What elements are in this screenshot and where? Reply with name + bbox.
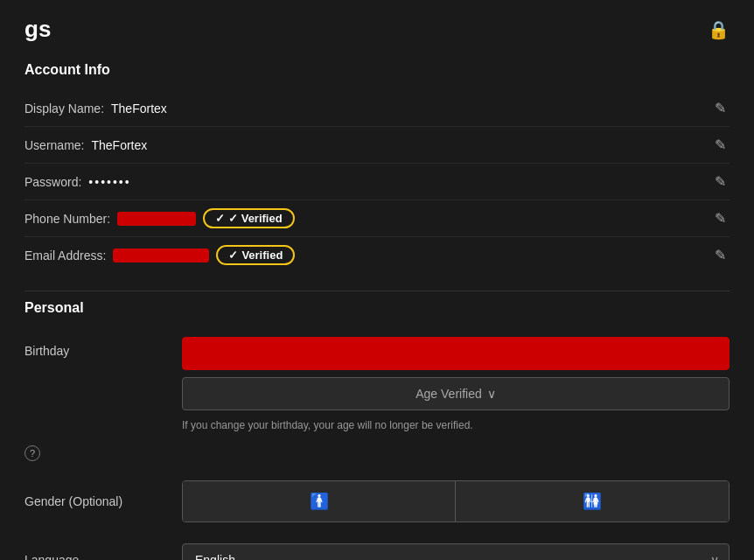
settings-page: gs 🔒 Account Info Display Name: TheForte… (0, 0, 754, 560)
language-row: Language English Spanish French German P… (24, 533, 730, 560)
personal-title: Personal (24, 300, 730, 316)
language-select-wrapper: English Spanish French German Portuguese… (182, 543, 730, 560)
gender-buttons: 🚹 🚻 (182, 480, 730, 522)
birthday-label: Birthday (24, 337, 164, 358)
age-verified-button[interactable]: Age Verified ∨ (182, 377, 730, 410)
phone-redacted (117, 212, 196, 226)
phone-verified-badge: ✓ ✓ Verified (203, 208, 295, 228)
password-row: Password: ••••••• ✎ (24, 164, 730, 200)
page-header: gs 🔒 (24, 16, 730, 43)
email-verified-label: Verified (241, 248, 283, 262)
language-label: Language (24, 553, 164, 560)
language-select[interactable]: English Spanish French German Portuguese… (182, 543, 730, 560)
lock-icon[interactable]: 🔒 (708, 19, 730, 40)
username-row: Username: TheFortex ✎ (24, 127, 730, 164)
gender-label: Gender (Optional) (24, 494, 164, 508)
phone-number-left: Phone Number: ✓ ✓ Verified (24, 208, 295, 228)
email-address-left: Email Address: ✓ Verified (24, 245, 295, 265)
birthday-note: If you change your birthday, your age wi… (182, 417, 730, 433)
phone-edit-icon[interactable]: ✎ (711, 206, 730, 230)
help-icon[interactable]: ? (24, 445, 40, 461)
display-name-left: Display Name: TheFortex (24, 102, 167, 116)
phone-verified-label: ✓ Verified (228, 212, 283, 225)
username-value: TheFortex (91, 138, 147, 152)
account-info-title: Account Info (24, 62, 730, 78)
email-address-row: Email Address: ✓ Verified ✎ (24, 237, 730, 273)
section-divider (24, 290, 730, 291)
display-name-value: TheFortex (111, 102, 167, 116)
birthday-input[interactable] (182, 337, 730, 370)
age-verified-label: Age Verified (415, 387, 482, 401)
username-edit-icon[interactable]: ✎ (711, 133, 730, 157)
gender-other-icon: 🚻 (583, 492, 602, 511)
account-info-section: Account Info Display Name: TheFortex ✎ U… (24, 62, 730, 273)
phone-number-label: Phone Number: (24, 212, 110, 226)
email-edit-icon[interactable]: ✎ (711, 243, 730, 267)
password-label: Password: (24, 175, 81, 189)
birthday-row: Birthday Age Verified ∨ If you change yo… (24, 328, 730, 442)
phone-number-row: Phone Number: ✓ ✓ Verified ✎ (24, 200, 730, 237)
display-name-row: Display Name: TheFortex ✎ (24, 90, 730, 127)
personal-section: Personal Birthday Age Verified ∨ If you … (24, 300, 730, 560)
page-title: gs (24, 16, 51, 43)
display-name-label: Display Name: (24, 102, 104, 116)
password-edit-icon[interactable]: ✎ (711, 170, 730, 193)
password-value: ••••••• (88, 175, 130, 189)
gender-other-button[interactable]: 🚻 (456, 481, 729, 522)
username-left: Username: TheFortex (24, 138, 147, 152)
password-left: Password: ••••••• (24, 175, 131, 189)
email-label: Email Address: (24, 248, 106, 262)
display-name-edit-icon[interactable]: ✎ (711, 96, 730, 120)
phone-verified-check-icon: ✓ (215, 212, 225, 225)
email-redacted (113, 248, 209, 262)
email-verified-check-icon: ✓ (228, 248, 238, 262)
help-icon-label-spacer: ? (24, 444, 164, 461)
email-verified-badge: ✓ Verified (216, 245, 295, 265)
birthday-controls: Age Verified ∨ If you change your birthd… (182, 337, 730, 433)
gender-male-icon: 🚹 (310, 492, 329, 511)
gender-male-button[interactable]: 🚹 (183, 481, 456, 522)
help-row: ? (24, 442, 730, 470)
age-verified-chevron-icon: ∨ (487, 387, 496, 401)
gender-row: Gender (Optional) 🚹 🚻 (24, 470, 730, 533)
username-label: Username: (24, 138, 84, 152)
